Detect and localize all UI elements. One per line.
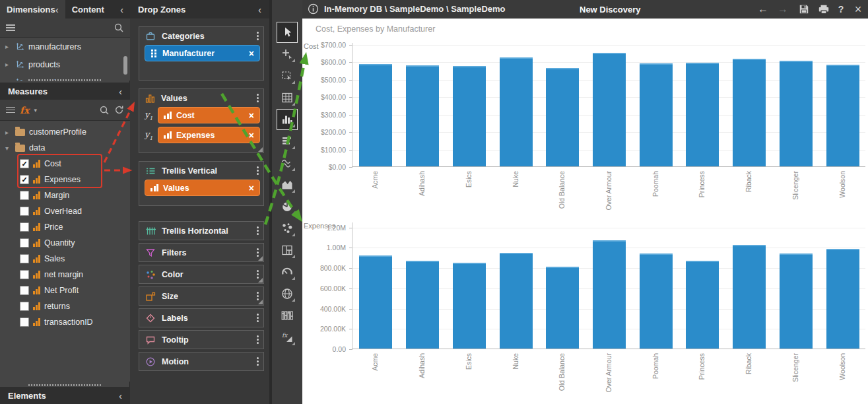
- list-view-icon[interactable]: [6, 107, 15, 114]
- bar-esics[interactable]: [453, 263, 486, 349]
- help-button[interactable]: ?: [834, 0, 848, 18]
- bar-old-balance[interactable]: [546, 68, 579, 166]
- pointer-tool[interactable]: [277, 22, 298, 43]
- measure-item[interactable]: ✓Price: [0, 219, 130, 235]
- back-button[interactable]: ←: [756, 0, 770, 18]
- pie-chart-tool[interactable]: [277, 196, 298, 217]
- remove-chip-icon[interactable]: ×: [249, 131, 254, 140]
- measure-checkbox[interactable]: ✓: [20, 270, 29, 279]
- measure-item[interactable]: ✓Cost: [0, 156, 130, 172]
- kebab-menu-icon[interactable]: [253, 92, 262, 104]
- collapse-icon[interactable]: ‹: [119, 391, 122, 401]
- chevron-right-icon[interactable]: ▸: [5, 61, 11, 68]
- info-icon[interactable]: [308, 3, 319, 15]
- collapse-icon[interactable]: ‹: [120, 5, 123, 15]
- measure-checkbox[interactable]: ✓: [20, 159, 29, 168]
- bar-riback[interactable]: [733, 245, 766, 349]
- drop-zone-filters[interactable]: Filters: [139, 243, 264, 262]
- forward-button[interactable]: →: [776, 0, 790, 18]
- drop-zone-labels[interactable]: Labels: [139, 308, 264, 327]
- remove-chip-icon[interactable]: ×: [249, 184, 254, 193]
- drop-zone-trellis-vertical[interactable]: Trellis VerticalValues×: [139, 161, 264, 206]
- bar-nuke[interactable]: [500, 57, 533, 166]
- bar-adihash[interactable]: [406, 261, 439, 349]
- kebab-menu-icon[interactable]: [253, 246, 262, 259]
- gauge-chart-tool[interactable]: [277, 261, 298, 283]
- kebab-menu-icon[interactable]: [253, 355, 262, 368]
- measure-checkbox[interactable]: ✓: [20, 191, 29, 200]
- panel-resize-handle[interactable]: [28, 384, 101, 386]
- drop-zone-size[interactable]: Size: [139, 286, 264, 306]
- measure-folder[interactable]: ▾data: [0, 140, 130, 156]
- kebab-menu-icon[interactable]: [253, 164, 262, 177]
- bar-princess[interactable]: [686, 63, 719, 166]
- marquee-select-tool[interactable]: [277, 65, 298, 86]
- drop-zone-trellis-horizontal[interactable]: Trellis Horizontal: [139, 221, 264, 240]
- calculated-chart-tool[interactable]: fx: [277, 327, 298, 348]
- measure-checkbox[interactable]: ✓: [20, 318, 29, 327]
- remove-chip-icon[interactable]: ×: [249, 49, 254, 58]
- measure-checkbox[interactable]: ✓: [20, 207, 29, 216]
- bar-acme[interactable]: [359, 64, 392, 166]
- bar-slicenger[interactable]: [780, 61, 813, 166]
- kebab-menu-icon[interactable]: [253, 333, 262, 346]
- chevron-down-icon[interactable]: ▾: [34, 107, 37, 114]
- measure-checkbox[interactable]: ✓: [20, 222, 29, 232]
- drop-zone-values[interactable]: Valuesy1Cost×y1Expenses×: [139, 88, 264, 153]
- measure-item[interactable]: ✓Margin: [0, 187, 130, 203]
- bar-riback[interactable]: [733, 59, 766, 166]
- area-chart-tool[interactable]: [277, 174, 298, 195]
- map-chart-tool[interactable]: [277, 283, 298, 304]
- list-view-icon[interactable]: [6, 24, 15, 31]
- measure-checkbox[interactable]: ✓: [20, 238, 29, 248]
- drop-zone-color[interactable]: Color: [139, 265, 264, 284]
- kebab-menu-icon[interactable]: [253, 268, 262, 281]
- kebab-menu-icon[interactable]: [253, 30, 262, 42]
- measure-item[interactable]: ✓Expenses: [0, 172, 130, 187]
- bar-adihash[interactable]: [406, 65, 439, 166]
- bar-princess[interactable]: [686, 261, 719, 349]
- measure-folder[interactable]: ▸customerProfile: [0, 124, 130, 140]
- measure-checkbox[interactable]: ✓: [20, 175, 29, 184]
- dimension-tree-item[interactable]: ▸manufacturers: [0, 38, 130, 55]
- bar-woolson[interactable]: [826, 249, 859, 349]
- formula-icon[interactable]: fx: [20, 105, 29, 116]
- measure-item[interactable]: ✓Sales: [0, 251, 130, 267]
- add-tool[interactable]: [277, 44, 298, 65]
- chevron-right-icon[interactable]: ▸: [5, 79, 11, 81]
- search-icon[interactable]: [114, 22, 124, 33]
- treemap-chart-tool[interactable]: [277, 240, 298, 261]
- measure-checkbox[interactable]: ✓: [20, 286, 29, 295]
- drop-zone-categories[interactable]: CategoriesManufacturer×: [139, 26, 264, 81]
- bar-slicenger[interactable]: [780, 253, 813, 349]
- bar-chart-tool[interactable]: [277, 131, 298, 152]
- bar-old-balance[interactable]: [546, 267, 579, 349]
- scatter-chart-tool[interactable]: [277, 218, 298, 239]
- kebab-menu-icon[interactable]: [253, 224, 262, 237]
- dimension-tree-item[interactable]: ▸products: [0, 55, 130, 73]
- bar-over-armour[interactable]: [593, 240, 626, 349]
- column-chart-tool[interactable]: [277, 109, 298, 130]
- save-icon[interactable]: [797, 0, 811, 18]
- bar-acme[interactable]: [359, 255, 392, 349]
- measure-item[interactable]: ✓Net Profit: [0, 283, 130, 298]
- kpi-chart-tool[interactable]: [277, 305, 298, 326]
- line-chart-tool[interactable]: [277, 152, 298, 174]
- scrollbar-thumb[interactable]: [123, 56, 127, 75]
- chip-cost[interactable]: Cost×: [158, 107, 260, 123]
- chevron-down-icon[interactable]: ▾: [5, 145, 11, 152]
- chevron-right-icon[interactable]: ▸: [5, 43, 11, 50]
- bar-poomah[interactable]: [640, 63, 673, 166]
- measure-item[interactable]: ✓returns: [0, 298, 130, 314]
- drop-zone-motion[interactable]: Motion: [139, 352, 264, 371]
- bar-esics[interactable]: [453, 66, 486, 166]
- measure-item[interactable]: ✓OverHead: [0, 203, 130, 219]
- chevron-right-icon[interactable]: ▸: [5, 129, 11, 136]
- drop-zone-tooltip[interactable]: Tooltip: [139, 330, 264, 349]
- measure-item[interactable]: ✓Quantity: [0, 235, 130, 251]
- tab-dimensions[interactable]: Dimensions ‹: [0, 0, 65, 18]
- bar-poomah[interactable]: [640, 253, 673, 349]
- measure-checkbox[interactable]: ✓: [20, 254, 29, 263]
- search-icon[interactable]: [99, 105, 110, 116]
- chip-expenses[interactable]: Expenses×: [158, 127, 260, 143]
